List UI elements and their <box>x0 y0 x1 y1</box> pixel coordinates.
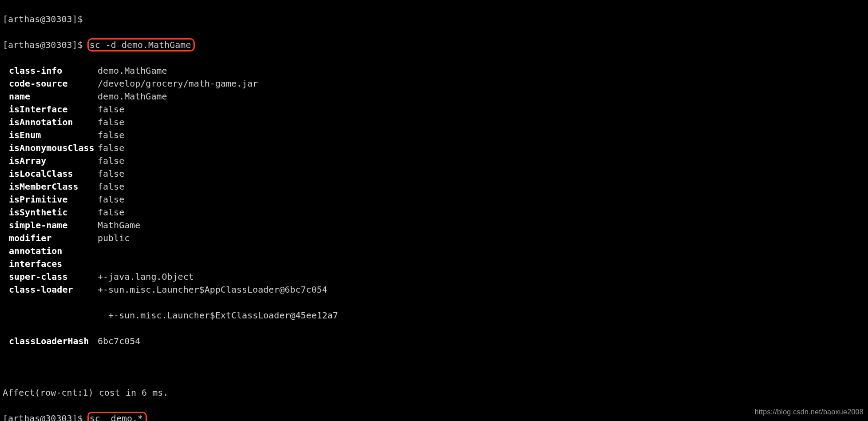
field-key: simple-name <box>9 219 98 232</box>
field-value: false <box>98 207 124 218</box>
field-value: +-sun.misc.Launcher$AppClassLoader@6bc7c… <box>98 284 327 295</box>
field-key: modifier <box>9 232 98 245</box>
table-row: isArrayfalse <box>9 155 865 167</box>
table-row: simple-nameMathGame <box>9 219 865 232</box>
affect-line: Affect(row-cnt:1) cost in 6 ms. <box>3 386 865 399</box>
table-row: super-class+-java.lang.Object <box>9 270 865 283</box>
field-value: false <box>98 194 124 205</box>
table-row: isLocalClassfalse <box>9 167 865 180</box>
field-value: false <box>98 181 124 192</box>
table-row: isEnumfalse <box>9 129 865 142</box>
field-key: code-source <box>9 77 98 90</box>
blank-line <box>3 361 865 373</box>
prompt: [arthas@30303]$ <box>3 413 83 421</box>
field-key: isMemberClass <box>9 180 98 193</box>
field-key: isEnum <box>9 129 98 142</box>
field-value: demo.MathGame <box>98 65 167 76</box>
field-value: false <box>98 104 124 115</box>
table-row: classLoaderHash6bc7c054 <box>3 335 865 348</box>
field-value: false <box>98 168 124 179</box>
field-key: class-info <box>9 64 98 77</box>
field-key: super-class <box>9 270 98 283</box>
field-value: false <box>98 155 124 166</box>
field-value: 6bc7c054 <box>98 336 140 346</box>
table-row: class-infodemo.MathGame <box>9 64 865 77</box>
prompt-line: [arthas@30303]$ <box>3 13 865 26</box>
class-info-table: class-infodemo.MathGamecode-source/devel… <box>3 64 865 296</box>
field-key: isSynthetic <box>9 206 98 219</box>
field-value: demo.MathGame <box>98 91 167 102</box>
field-key: class-loader <box>9 283 98 296</box>
field-key: annotation <box>9 245 98 258</box>
table-row: namedemo.MathGame <box>9 90 865 103</box>
terminal[interactable]: [arthas@30303]$ [arthas@30303]$ sc -d de… <box>0 0 868 421</box>
field-value: /develop/grocery/math-game.jar <box>98 78 258 89</box>
field-value: +-java.lang.Object <box>98 271 194 282</box>
table-row: isAnnotationfalse <box>9 116 865 129</box>
table-row: isAnonymousClassfalse <box>9 142 865 155</box>
field-value: false <box>98 117 124 127</box>
table-row: isSyntheticfalse <box>9 206 865 219</box>
command-line-2: [arthas@30303]$ sc demo.* <box>3 412 865 421</box>
table-row: annotation <box>9 245 865 258</box>
watermark: https://blog.csdn.net/baoxue2008 <box>755 405 864 418</box>
field-key: isInterface <box>9 103 98 116</box>
table-row: code-source/develop/grocery/math-game.ja… <box>9 77 865 90</box>
class-loader-child: +-sun.misc.Launcher$ExtClassLoader@45ee1… <box>98 310 338 321</box>
prompt: [arthas@30303]$ <box>3 40 83 50</box>
field-key: isAnonymousClass <box>9 142 98 155</box>
field-key: isAnnotation <box>9 116 98 129</box>
table-row: isInterfacefalse <box>9 103 865 116</box>
table-row: class-loader+-sun.misc.Launcher$AppClass… <box>9 283 865 296</box>
table-row: interfaces <box>9 258 865 270</box>
field-value: public <box>98 233 130 243</box>
field-key: classLoaderHash <box>9 335 98 348</box>
field-key: name <box>9 90 98 103</box>
table-row: modifierpublic <box>9 232 865 245</box>
table-row: +-sun.misc.Launcher$ExtClassLoader@45ee1… <box>3 309 865 322</box>
field-key: isArray <box>9 155 98 167</box>
highlighted-command-1: sc -d demo.MathGame <box>87 38 195 52</box>
field-key: interfaces <box>9 258 98 270</box>
highlighted-command-2: sc demo.* <box>87 412 147 421</box>
table-row: isPrimitivefalse <box>9 193 865 206</box>
field-value: MathGame <box>98 220 140 230</box>
command-line-1: [arthas@30303]$ sc -d demo.MathGame <box>3 39 865 52</box>
field-key: isPrimitive <box>9 193 98 206</box>
table-row: isMemberClassfalse <box>9 180 865 193</box>
field-key: isLocalClass <box>9 167 98 180</box>
field-value: false <box>98 143 124 153</box>
prompt: [arthas@30303]$ <box>3 14 83 24</box>
field-value: false <box>98 130 124 140</box>
